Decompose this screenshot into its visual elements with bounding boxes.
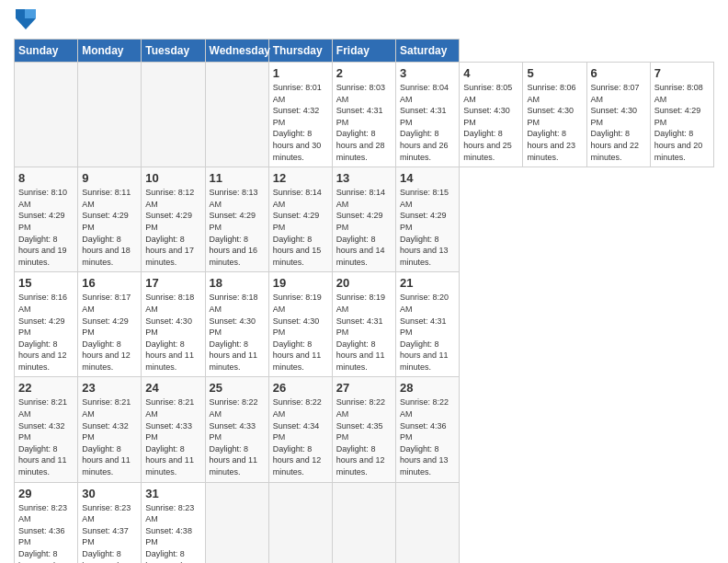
day-info: Sunrise: 8:08 AMSunset: 4:29 PMDaylight:… [654,83,703,162]
calendar-cell [205,482,268,563]
calendar-week-0: 1Sunrise: 8:01 AMSunset: 4:32 PMDaylight… [15,63,714,167]
day-number: 15 [18,276,74,290]
day-number: 24 [145,381,200,395]
calendar-cell [142,63,205,167]
day-number: 14 [400,171,455,185]
day-number: 19 [273,276,328,290]
day-info: Sunrise: 8:18 AMSunset: 4:30 PMDaylight:… [210,293,258,372]
day-number: 30 [82,487,137,500]
calendar-cell: 24Sunrise: 8:21 AMSunset: 4:33 PMDayligh… [142,377,205,482]
day-info: Sunrise: 8:21 AMSunset: 4:32 PMDaylight:… [82,397,131,477]
day-info: Sunrise: 8:14 AMSunset: 4:29 PMDaylight:… [336,188,385,267]
day-number: 29 [18,487,74,500]
day-info: Sunrise: 8:13 AMSunset: 4:29 PMDaylight:… [210,188,258,267]
day-number: 28 [400,381,455,395]
day-number: 12 [273,171,328,185]
day-info: Sunrise: 8:23 AMSunset: 4:36 PMDaylight:… [18,503,67,563]
day-number: 3 [400,66,455,80]
day-info: Sunrise: 8:23 AMSunset: 4:38 PMDaylight:… [145,503,194,563]
calendar-cell: 16Sunrise: 8:17 AMSunset: 4:29 PMDayligh… [78,272,142,377]
calendar-cell: 2Sunrise: 8:03 AMSunset: 4:31 PMDaylight… [332,63,395,167]
calendar-cell: 19Sunrise: 8:19 AMSunset: 4:30 PMDayligh… [268,272,332,377]
day-number: 27 [336,381,392,395]
day-info: Sunrise: 8:19 AMSunset: 4:31 PMDaylight:… [336,293,385,372]
day-number: 10 [145,171,200,185]
calendar-cell: 23Sunrise: 8:21 AMSunset: 4:32 PMDayligh… [78,377,142,482]
dow-saturday: Saturday [396,40,460,63]
calendar-week-4: 29Sunrise: 8:23 AMSunset: 4:36 PMDayligh… [15,482,714,563]
calendar-cell: 22Sunrise: 8:21 AMSunset: 4:32 PMDayligh… [15,377,78,482]
calendar-cell: 21Sunrise: 8:20 AMSunset: 4:31 PMDayligh… [396,272,460,377]
calendar-cell: 6Sunrise: 8:07 AMSunset: 4:30 PMDaylight… [586,63,650,167]
day-number: 21 [400,276,455,290]
day-info: Sunrise: 8:01 AMSunset: 4:32 PMDaylight:… [273,83,322,162]
calendar-cell: 15Sunrise: 8:16 AMSunset: 4:29 PMDayligh… [15,272,78,377]
day-info: Sunrise: 8:22 AMSunset: 4:33 PMDaylight:… [210,397,258,477]
calendar-table: SundayMondayTuesdayWednesdayThursdayFrid… [14,39,714,563]
day-number: 6 [591,66,646,80]
day-info: Sunrise: 8:21 AMSunset: 4:33 PMDaylight:… [145,397,194,477]
day-info: Sunrise: 8:10 AMSunset: 4:29 PMDaylight:… [18,188,67,267]
day-info: Sunrise: 8:21 AMSunset: 4:32 PMDaylight:… [18,397,67,477]
day-info: Sunrise: 8:03 AMSunset: 4:31 PMDaylight:… [336,83,385,162]
calendar-cell: 18Sunrise: 8:18 AMSunset: 4:30 PMDayligh… [205,272,268,377]
calendar-cell: 11Sunrise: 8:13 AMSunset: 4:29 PMDayligh… [205,167,268,272]
calendar-cell: 26Sunrise: 8:22 AMSunset: 4:34 PMDayligh… [268,377,332,482]
calendar-cell [78,63,142,167]
day-number: 2 [336,66,392,80]
day-info: Sunrise: 8:20 AMSunset: 4:31 PMDaylight:… [400,293,449,372]
calendar-cell [396,482,460,563]
day-info: Sunrise: 8:17 AMSunset: 4:29 PMDaylight:… [82,293,131,372]
calendar-cell: 31Sunrise: 8:23 AMSunset: 4:38 PMDayligh… [142,482,205,563]
logo-icon [16,9,36,29]
day-info: Sunrise: 8:22 AMSunset: 4:36 PMDaylight:… [400,397,449,477]
calendar-cell [15,63,78,167]
calendar-week-3: 22Sunrise: 8:21 AMSunset: 4:32 PMDayligh… [15,377,714,482]
calendar-cell [332,482,395,563]
calendar-week-1: 8Sunrise: 8:10 AMSunset: 4:29 PMDaylight… [15,167,714,272]
calendar-cell: 20Sunrise: 8:19 AMSunset: 4:31 PMDayligh… [332,272,395,377]
day-number: 16 [82,276,137,290]
logo [14,9,36,33]
dow-thursday: Thursday [268,40,332,63]
day-number: 13 [336,171,392,185]
day-info: Sunrise: 8:18 AMSunset: 4:30 PMDaylight:… [145,293,194,372]
day-info: Sunrise: 8:12 AMSunset: 4:29 PMDaylight:… [145,188,194,267]
day-info: Sunrise: 8:15 AMSunset: 4:29 PMDaylight:… [400,188,449,267]
calendar-cell: 27Sunrise: 8:22 AMSunset: 4:35 PMDayligh… [332,377,395,482]
day-number: 20 [336,276,392,290]
calendar-cell: 29Sunrise: 8:23 AMSunset: 4:36 PMDayligh… [15,482,78,563]
calendar-cell: 10Sunrise: 8:12 AMSunset: 4:29 PMDayligh… [142,167,205,272]
calendar-cell: 1Sunrise: 8:01 AMSunset: 4:32 PMDaylight… [268,63,332,167]
calendar-cell [205,63,268,167]
day-number: 9 [82,171,137,185]
dow-monday: Monday [78,40,142,63]
dow-tuesday: Tuesday [142,40,205,63]
day-number: 1 [273,66,328,80]
day-number: 8 [18,171,74,185]
day-number: 17 [145,276,200,290]
calendar-cell: 17Sunrise: 8:18 AMSunset: 4:30 PMDayligh… [142,272,205,377]
calendar-cell: 4Sunrise: 8:05 AMSunset: 4:30 PMDaylight… [460,63,523,167]
svg-marker-1 [25,9,36,18]
day-number: 22 [18,381,74,395]
calendar-cell: 5Sunrise: 8:06 AMSunset: 4:30 PMDaylight… [523,63,586,167]
day-info: Sunrise: 8:19 AMSunset: 4:30 PMDaylight:… [273,293,322,372]
calendar-cell: 25Sunrise: 8:22 AMSunset: 4:33 PMDayligh… [205,377,268,482]
day-info: Sunrise: 8:16 AMSunset: 4:29 PMDaylight:… [18,293,67,372]
calendar-cell: 13Sunrise: 8:14 AMSunset: 4:29 PMDayligh… [332,167,395,272]
day-number: 4 [463,66,518,80]
calendar-cell: 3Sunrise: 8:04 AMSunset: 4:31 PMDaylight… [396,63,460,167]
day-info: Sunrise: 8:14 AMSunset: 4:29 PMDaylight:… [273,188,322,267]
day-info: Sunrise: 8:23 AMSunset: 4:37 PMDaylight:… [82,503,131,563]
calendar-cell: 7Sunrise: 8:08 AMSunset: 4:29 PMDaylight… [650,63,713,167]
day-number: 23 [82,381,137,395]
day-info: Sunrise: 8:22 AMSunset: 4:34 PMDaylight:… [273,397,322,477]
header [14,9,714,33]
day-of-week-header: SundayMondayTuesdayWednesdayThursdayFrid… [15,40,714,63]
main-container: SundayMondayTuesdayWednesdayThursdayFrid… [0,0,728,563]
dow-wednesday: Wednesday [205,40,268,63]
calendar-cell: 12Sunrise: 8:14 AMSunset: 4:29 PMDayligh… [268,167,332,272]
day-info: Sunrise: 8:07 AMSunset: 4:30 PMDaylight:… [591,83,640,162]
day-number: 26 [273,381,328,395]
